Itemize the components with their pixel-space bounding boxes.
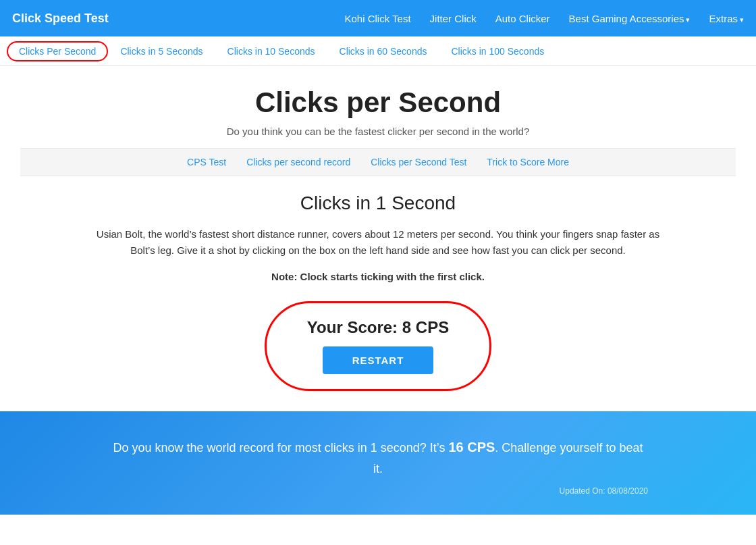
- dropdown-arrow-icon: ▾: [740, 16, 744, 24]
- section-description: Usian Bolt, the world’s fastest short di…: [88, 226, 668, 259]
- subnav-clicks-60s[interactable]: Clicks in 60 Seconds: [327, 39, 439, 63]
- dropdown-arrow-icon: ▾: [686, 16, 690, 24]
- breadcrumb-record[interactable]: Clicks per second record: [246, 157, 350, 167]
- nav-extras[interactable]: Extras▾: [709, 13, 744, 24]
- breadcrumb-trick[interactable]: Trick to Score More: [487, 157, 569, 167]
- banner-record: 16 CPS: [448, 440, 495, 455]
- subnav-clicks-10s[interactable]: Clicks in 10 Seconds: [215, 39, 327, 63]
- subnav-clicks-5s[interactable]: Clicks in 5 Seconds: [108, 39, 215, 63]
- score-area-wrapper: Your Score: 8 CPS RESTART: [20, 301, 736, 391]
- sub-navbar: Clicks Per Second Clicks in 5 Seconds Cl…: [0, 36, 756, 66]
- banner-updated: Updated On: 08/08/2020: [108, 486, 648, 496]
- brand-logo[interactable]: Click Speed Test: [12, 11, 109, 26]
- note-body: Clock starts ticking with the first clic…: [297, 271, 485, 282]
- subnav-clicks-per-second[interactable]: Clicks Per Second: [7, 41, 108, 61]
- nav-links: Kohi Click Test Jitter Click Auto Clicke…: [344, 13, 744, 24]
- note-label: Note:: [271, 271, 297, 282]
- subnav-clicks-100s[interactable]: Clicks in 100 Seconds: [439, 39, 556, 63]
- bottom-banner: Do you know the world record for most cl…: [0, 411, 756, 515]
- banner-text: Do you know the world record for most cl…: [108, 436, 648, 479]
- breadcrumb-cps-test[interactable]: CPS Test: [187, 157, 226, 167]
- nav-jitter-click[interactable]: Jitter Click: [430, 13, 477, 24]
- section-title: Clicks in 1 Second: [20, 192, 736, 214]
- note-text: Note: Clock starts ticking with the firs…: [20, 271, 736, 282]
- breadcrumb-cps-test2[interactable]: Clicks per Second Test: [371, 157, 466, 167]
- banner-text-before: Do you know the world record for most cl…: [113, 441, 449, 455]
- score-display: Your Score: 8 CPS: [307, 318, 449, 337]
- page-subtitle: Do you think you can be the fastest clic…: [20, 126, 736, 137]
- restart-button[interactable]: RESTART: [323, 346, 434, 374]
- nav-auto-clicker[interactable]: Auto Clicker: [495, 13, 550, 24]
- score-oval: Your Score: 8 CPS RESTART: [265, 301, 491, 391]
- nav-gaming-accessories[interactable]: Best Gaming Accessories▾: [569, 13, 691, 24]
- nav-kohi-click-test[interactable]: Kohi Click Test: [344, 13, 410, 24]
- breadcrumb-links: CPS Test Clicks per second record Clicks…: [20, 148, 736, 176]
- main-content: Clicks per Second Do you think you can b…: [7, 66, 749, 391]
- top-navbar: Click Speed Test Kohi Click Test Jitter …: [0, 0, 756, 36]
- page-title: Clicks per Second: [20, 86, 736, 119]
